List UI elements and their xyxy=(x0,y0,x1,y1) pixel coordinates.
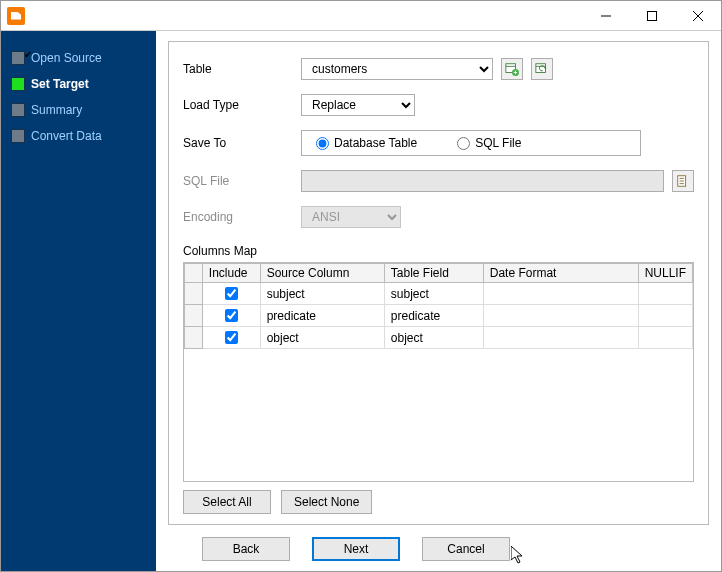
source-cell[interactable]: predicate xyxy=(260,305,384,327)
next-button[interactable]: Next xyxy=(312,537,400,561)
col-header-date[interactable]: Date Format xyxy=(483,264,638,283)
cancel-button[interactable]: Cancel xyxy=(422,537,510,561)
nav-label: Convert Data xyxy=(31,129,102,143)
load-type-select[interactable]: Replace xyxy=(301,94,415,116)
col-header-field[interactable]: Table Field xyxy=(384,264,483,283)
nav-label: Open Source xyxy=(31,51,102,65)
col-header-source[interactable]: Source Column xyxy=(260,264,384,283)
sqlfile-label: SQL File xyxy=(183,174,293,188)
include-cell[interactable] xyxy=(202,283,260,305)
include-cell[interactable] xyxy=(202,305,260,327)
columns-grid[interactable]: Include Source Column Table Field Date F… xyxy=(183,262,694,482)
load-type-label: Load Type xyxy=(183,98,293,112)
row-header[interactable] xyxy=(185,327,203,349)
field-cell[interactable]: subject xyxy=(384,283,483,305)
select-all-button[interactable]: Select All xyxy=(183,490,271,514)
wizard-sidebar: ✔ Open Source Set Target Summary Convert… xyxy=(1,31,156,571)
step-box-icon xyxy=(11,77,25,91)
radio-input[interactable] xyxy=(457,137,470,150)
table-row[interactable]: subjectsubject xyxy=(185,283,693,305)
nav-convert-data[interactable]: Convert Data xyxy=(9,123,148,149)
radio-input[interactable] xyxy=(316,137,329,150)
table-add-icon xyxy=(505,62,519,76)
include-checkbox[interactable] xyxy=(225,309,238,322)
grid-header-row: Include Source Column Table Field Date F… xyxy=(185,264,693,283)
save-to-sql-radio[interactable]: SQL File xyxy=(457,136,521,150)
columns-map-label: Columns Map xyxy=(183,244,694,258)
titlebar xyxy=(1,1,721,31)
table-row[interactable]: objectobject xyxy=(185,327,693,349)
main-panel: Table customers Load Type Replace Save T… xyxy=(156,31,721,571)
table-row[interactable]: predicatepredicate xyxy=(185,305,693,327)
svg-rect-9 xyxy=(536,64,546,73)
col-header-nullif[interactable]: NULLIF xyxy=(638,264,692,283)
browse-file-icon xyxy=(676,174,690,188)
table-refresh-icon xyxy=(535,62,549,76)
app-icon xyxy=(7,7,25,25)
save-to-label: Save To xyxy=(183,136,293,150)
row-header[interactable] xyxy=(185,283,203,305)
date-cell[interactable] xyxy=(483,305,638,327)
nav-summary[interactable]: Summary xyxy=(9,97,148,123)
source-cell[interactable]: subject xyxy=(260,283,384,305)
step-box-icon xyxy=(11,129,25,143)
include-checkbox[interactable] xyxy=(225,287,238,300)
encoding-select: ANSI xyxy=(301,206,401,228)
save-to-group: Database Table SQL File xyxy=(301,130,641,156)
maximize-button[interactable] xyxy=(629,1,675,31)
table-refresh-button[interactable] xyxy=(531,58,553,80)
radio-label: SQL File xyxy=(475,136,521,150)
table-select[interactable]: customers xyxy=(301,58,493,80)
step-box-icon: ✔ xyxy=(11,51,25,65)
sqlfile-input xyxy=(301,170,664,192)
back-button[interactable]: Back xyxy=(202,537,290,561)
date-cell[interactable] xyxy=(483,283,638,305)
field-cell[interactable]: predicate xyxy=(384,305,483,327)
row-header[interactable] xyxy=(185,305,203,327)
close-button[interactable] xyxy=(675,1,721,31)
radio-label: Database Table xyxy=(334,136,417,150)
app-window: ✔ Open Source Set Target Summary Convert… xyxy=(0,0,722,572)
nav-label: Set Target xyxy=(31,77,89,91)
source-cell[interactable]: object xyxy=(260,327,384,349)
save-to-db-radio[interactable]: Database Table xyxy=(316,136,417,150)
table-add-button[interactable] xyxy=(501,58,523,80)
col-header-include[interactable]: Include xyxy=(202,264,260,283)
nav-set-target[interactable]: Set Target xyxy=(9,71,148,97)
svg-rect-1 xyxy=(648,11,657,20)
select-none-button[interactable]: Select None xyxy=(281,490,372,514)
nullif-cell[interactable] xyxy=(638,283,692,305)
nullif-cell[interactable] xyxy=(638,327,692,349)
nullif-cell[interactable] xyxy=(638,305,692,327)
nav-open-source[interactable]: ✔ Open Source xyxy=(9,45,148,71)
table-label: Table xyxy=(183,62,293,76)
date-cell[interactable] xyxy=(483,327,638,349)
field-cell[interactable]: object xyxy=(384,327,483,349)
browse-file-button[interactable] xyxy=(672,170,694,192)
minimize-button[interactable] xyxy=(583,1,629,31)
nav-label: Summary xyxy=(31,103,82,117)
step-box-icon xyxy=(11,103,25,117)
encoding-label: Encoding xyxy=(183,210,293,224)
include-cell[interactable] xyxy=(202,327,260,349)
include-checkbox[interactable] xyxy=(225,331,238,344)
